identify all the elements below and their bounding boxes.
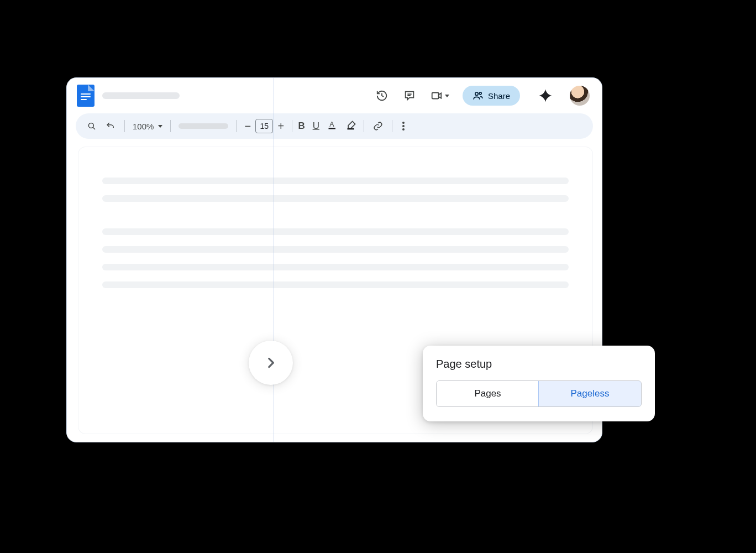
svg-text:A: A [329, 121, 334, 128]
page-setup-popover: Page setup Pages Pageless [423, 346, 655, 421]
segment-pages[interactable]: Pages [437, 381, 539, 406]
svg-rect-9 [347, 128, 354, 130]
toolbar-divider [292, 120, 292, 132]
skeleton-line [102, 195, 569, 202]
svg-rect-8 [328, 128, 335, 129]
chevron-down-icon [445, 95, 449, 97]
skeleton-line [102, 178, 569, 184]
svg-rect-2 [432, 93, 439, 99]
svg-line-6 [93, 127, 95, 129]
skeleton-line [102, 264, 569, 270]
font-size-input[interactable]: 15 [255, 119, 273, 133]
toolbar: 100% − 15 + B U A [76, 113, 593, 139]
font-size-decrease[interactable]: − [242, 120, 253, 133]
people-icon [473, 90, 484, 101]
undo-icon[interactable] [102, 118, 119, 134]
skeleton-line [102, 246, 569, 253]
toolbar-divider [170, 120, 171, 132]
share-button[interactable]: Share [463, 86, 520, 106]
highlight-color-button[interactable] [346, 119, 358, 133]
history-icon[interactable] [375, 89, 389, 102]
toolbar-divider [364, 120, 364, 132]
document-title-placeholder[interactable] [102, 92, 180, 99]
docs-logo-icon[interactable] [77, 85, 95, 107]
account-avatar[interactable] [570, 86, 590, 106]
page-setup-segmented: Pages Pageless [436, 380, 642, 407]
bold-button[interactable]: B [298, 121, 305, 132]
svg-point-4 [479, 92, 481, 95]
svg-point-5 [88, 123, 93, 128]
chevron-down-icon [158, 125, 162, 128]
search-icon[interactable] [83, 118, 100, 134]
zoom-dropdown[interactable]: 100% [130, 122, 165, 131]
zoom-value: 100% [133, 122, 154, 131]
insert-link-icon[interactable] [370, 118, 386, 134]
comment-icon[interactable] [403, 89, 416, 102]
skeleton-line [102, 281, 569, 288]
page-boundary-line [274, 78, 274, 442]
more-options-icon[interactable] [398, 121, 409, 132]
skeleton-line [102, 228, 569, 235]
share-label: Share [488, 91, 510, 101]
toolbar-divider [392, 120, 392, 132]
underline-button[interactable]: U [313, 121, 319, 132]
toolbar-divider [124, 120, 125, 132]
font-size-value: 15 [260, 122, 269, 131]
toolbar-divider [236, 120, 237, 132]
segment-pageless[interactable]: Pageless [538, 380, 642, 407]
gemini-sparkle-icon[interactable] [538, 88, 553, 103]
meet-button[interactable] [431, 90, 449, 102]
popover-title: Page setup [436, 358, 642, 371]
svg-point-3 [475, 92, 478, 95]
expand-fab[interactable] [249, 341, 293, 385]
font-family-placeholder[interactable] [179, 123, 228, 129]
chevron-right-icon [264, 356, 278, 370]
font-size-increase[interactable]: + [275, 120, 286, 133]
header: Share [67, 78, 602, 113]
text-color-button[interactable]: A [327, 119, 339, 133]
